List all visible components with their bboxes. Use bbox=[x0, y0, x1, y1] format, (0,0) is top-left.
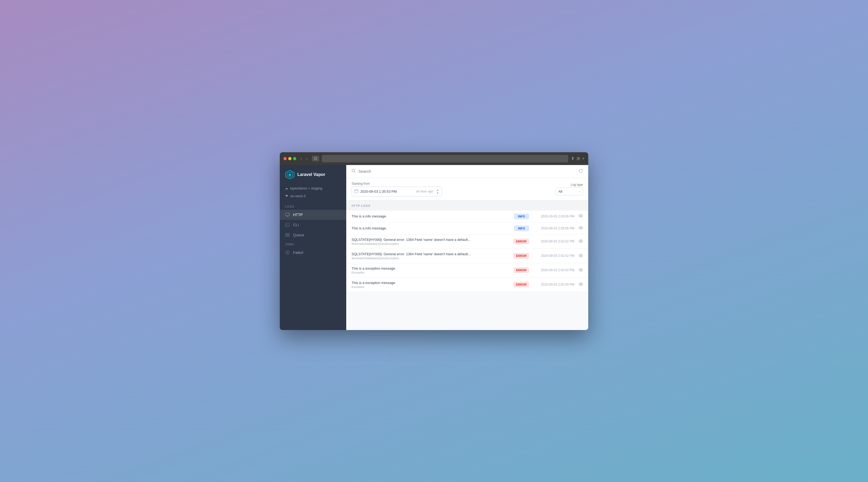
svg-marker-2 bbox=[288, 173, 291, 176]
log-sub: Illuminate\Database\QueryException bbox=[351, 257, 509, 260]
log-message: This is a info message. bbox=[351, 214, 510, 218]
date-filter-input[interactable]: 2020-09-03 1:35:53 PM an hour ago ▲ ▼ bbox=[351, 187, 442, 196]
search-icon bbox=[351, 169, 356, 174]
log-timestamp: 2020-09-03 2:02:42 PM bbox=[533, 268, 575, 272]
svg-point-21 bbox=[580, 215, 581, 217]
log-entry[interactable]: This is a exception message Exception ER… bbox=[346, 278, 588, 292]
svg-rect-9 bbox=[286, 234, 289, 235]
region-label: eu-west-3 bbox=[290, 194, 306, 198]
log-view-button[interactable] bbox=[579, 226, 583, 230]
region-item[interactable]: ⚑ eu-west-3 bbox=[280, 192, 346, 200]
filter-right: Log type All INFO ERROR WARNING bbox=[556, 183, 583, 195]
date-stepper[interactable]: ▲ ▼ bbox=[436, 189, 439, 195]
log-message: SQLSTATE[HY000]: General error: 1364 Fie… bbox=[351, 252, 509, 256]
log-view-button[interactable] bbox=[579, 282, 583, 287]
http-logs-title: HTTP LOGS bbox=[351, 204, 370, 207]
svg-point-26 bbox=[579, 254, 583, 257]
svg-rect-6 bbox=[286, 223, 289, 226]
log-entry[interactable]: This is a exception message Exception ER… bbox=[346, 263, 588, 278]
cli-label: CLI bbox=[293, 223, 299, 227]
back-button[interactable]: ‹ bbox=[299, 156, 303, 162]
log-entry[interactable]: SQLSTATE[HY000]: General error: 1364 Fie… bbox=[346, 234, 588, 249]
svg-point-27 bbox=[580, 255, 581, 256]
flag-icon: ⚑ bbox=[285, 194, 288, 198]
svg-point-20 bbox=[579, 215, 583, 217]
starting-from-label: Starting from bbox=[351, 182, 442, 186]
log-view-button[interactable] bbox=[579, 254, 583, 258]
log-view-button[interactable] bbox=[579, 214, 583, 219]
svg-point-29 bbox=[580, 270, 581, 271]
log-message: This is a exception message bbox=[351, 266, 509, 271]
svg-point-24 bbox=[579, 240, 583, 243]
logs-section-label: LOGS bbox=[280, 202, 346, 210]
failed-icon bbox=[285, 250, 290, 255]
browser-actions: ⬆ ⊞ + bbox=[571, 156, 585, 161]
logs-area[interactable]: HTTP LOGS This is a info message. INFO 2… bbox=[346, 200, 588, 330]
close-traffic-light[interactable] bbox=[283, 157, 287, 160]
log-timestamp: 2020-09-03 2:03:05 PM bbox=[533, 226, 575, 230]
log-message-col: This is a info message. bbox=[351, 214, 510, 218]
sidebar-item-queue[interactable]: Queue bbox=[280, 230, 346, 240]
browser-window: ‹ › ⊡ ⬆ ⊞ + Laravel Vapor ☁ taylord bbox=[280, 152, 588, 330]
svg-point-31 bbox=[580, 284, 581, 285]
svg-point-23 bbox=[580, 227, 581, 228]
env-label: taylordemo > staging bbox=[290, 186, 322, 190]
search-input[interactable] bbox=[359, 169, 576, 173]
refresh-button[interactable] bbox=[579, 169, 583, 174]
address-bar[interactable] bbox=[322, 155, 568, 162]
log-message-col: This is a exception message Exception bbox=[351, 266, 509, 274]
log-timestamp: 2020-09-03 2:02:42 PM bbox=[533, 239, 575, 243]
date-value: 2020-09-03 1:35:53 PM bbox=[360, 190, 414, 194]
vapor-logo-icon bbox=[285, 170, 294, 179]
svg-rect-10 bbox=[286, 236, 289, 236]
relative-time: an hour ago bbox=[416, 190, 433, 193]
window-mode-button[interactable]: ⊡ bbox=[312, 156, 319, 161]
sidebar-logo: Laravel Vapor bbox=[280, 165, 346, 184]
log-type-select[interactable]: All INFO ERROR WARNING bbox=[556, 188, 583, 195]
sidebar-item-http[interactable]: HTTP bbox=[280, 210, 346, 220]
sidebar-item-cli[interactable]: CLI bbox=[280, 220, 346, 230]
minimize-traffic-light[interactable] bbox=[288, 157, 291, 160]
sidebar-item-failed[interactable]: Failed bbox=[280, 248, 346, 258]
cli-icon bbox=[285, 223, 290, 227]
svg-point-30 bbox=[579, 283, 583, 286]
log-message-col: This is a exception message Exception bbox=[351, 281, 509, 288]
log-sub: Illuminate\Database\QueryException bbox=[351, 242, 509, 246]
log-type-label: Log type bbox=[571, 183, 583, 187]
log-view-button[interactable] bbox=[579, 268, 583, 273]
filter-bar: Starting from 2020-09-03 1:35:53 PM an h… bbox=[346, 178, 588, 200]
log-message: This is a exception message bbox=[351, 281, 509, 285]
browser-chrome: ‹ › ⊡ ⬆ ⊞ + bbox=[280, 152, 588, 165]
log-badge: ERROR bbox=[514, 267, 529, 273]
main-content: Starting from 2020-09-03 1:35:53 PM an h… bbox=[346, 165, 588, 330]
search-bar bbox=[346, 165, 588, 178]
new-tab-button[interactable]: + bbox=[582, 156, 585, 161]
forward-button[interactable]: › bbox=[305, 156, 309, 162]
share-button[interactable]: ⬆ bbox=[571, 156, 575, 161]
log-entry[interactable]: This is a info message. INFO 2020-09-03 … bbox=[346, 223, 588, 234]
app-layout: Laravel Vapor ☁ taylordemo > staging ⚑ e… bbox=[280, 165, 588, 330]
svg-rect-8 bbox=[286, 233, 289, 234]
env-breadcrumb[interactable]: ☁ taylordemo > staging bbox=[280, 184, 346, 192]
nav-buttons: ‹ › bbox=[299, 156, 309, 162]
log-badge: INFO bbox=[514, 214, 529, 219]
log-timestamp: 2020-09-03 2:03:06 PM bbox=[533, 215, 575, 218]
svg-line-15 bbox=[354, 171, 355, 172]
grid-button[interactable]: ⊞ bbox=[577, 156, 580, 161]
up-arrow-icon: ▲ bbox=[436, 189, 439, 191]
monitor-icon bbox=[285, 212, 290, 217]
svg-point-28 bbox=[579, 268, 583, 271]
log-message: This is a info message. bbox=[351, 226, 510, 230]
log-sub: Exception bbox=[351, 271, 509, 274]
log-badge: ERROR bbox=[514, 282, 529, 287]
svg-point-22 bbox=[579, 226, 583, 229]
log-entry[interactable]: This is a info message. INFO 2020-09-03 … bbox=[346, 210, 588, 223]
jobs-section-label: JOBS bbox=[280, 240, 346, 248]
log-timestamp: 2020-09-03 2:02:42 PM bbox=[533, 254, 575, 258]
svg-rect-3 bbox=[286, 213, 289, 216]
svg-point-14 bbox=[352, 169, 355, 172]
down-arrow-icon: ▼ bbox=[436, 192, 439, 195]
log-view-button[interactable] bbox=[579, 239, 583, 244]
maximize-traffic-light[interactable] bbox=[293, 157, 296, 160]
log-entry[interactable]: SQLSTATE[HY000]: General error: 1364 Fie… bbox=[346, 249, 588, 263]
